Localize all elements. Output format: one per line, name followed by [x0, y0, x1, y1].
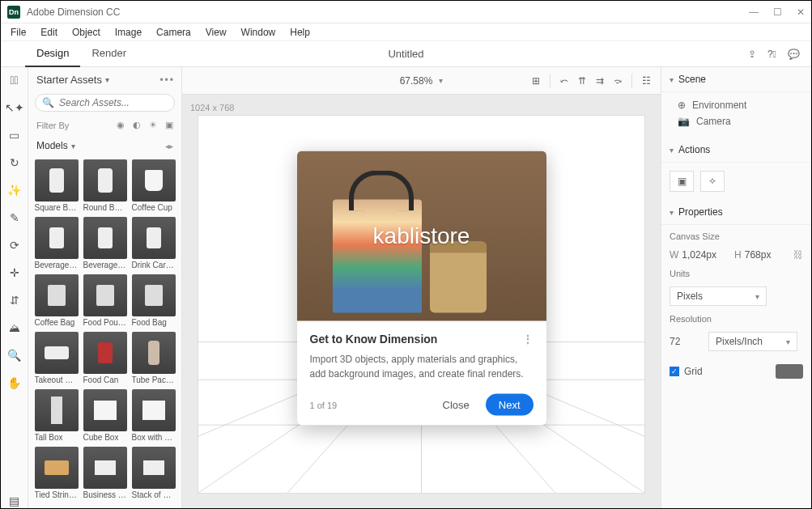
assets-panel-title[interactable]: Starter Assets	[36, 74, 102, 86]
panel-toggle-icon[interactable]: ▤	[6, 493, 23, 509]
grid-icon[interactable]: ⊞	[532, 75, 540, 87]
scene-section-header[interactable]: ▾ Scene	[661, 67, 811, 92]
tab-render[interactable]: Render	[80, 40, 138, 67]
tutorial-counter: 1 of 19	[310, 400, 338, 409]
filter-images-icon[interactable]: ▣	[165, 120, 173, 130]
search-input[interactable]	[59, 97, 168, 108]
chevron-down-icon[interactable]: ▾	[71, 142, 75, 151]
width-field[interactable]: W1,024px	[670, 249, 716, 261]
grid-color-swatch[interactable]	[776, 364, 803, 379]
asset-item[interactable]: Coffee Cup	[132, 159, 176, 212]
close-button[interactable]: Close	[435, 394, 478, 416]
menu-edit[interactable]: Edit	[34, 25, 64, 40]
units-select[interactable]: Pixels▾	[670, 286, 767, 306]
tutorial-hero-image: kablistore	[297, 151, 546, 321]
link-dimensions-icon[interactable]: ⛓	[793, 249, 803, 261]
menu-window[interactable]: Window	[235, 25, 283, 40]
more-icon[interactable]: •••	[159, 74, 175, 86]
resolution-label: Resolution	[670, 314, 803, 324]
zoom-tool-icon[interactable]: 🔍	[6, 347, 23, 363]
menu-help[interactable]: Help	[283, 25, 317, 40]
asset-caption: Tall Box	[35, 433, 79, 442]
render-settings-icon[interactable]: ☷	[642, 75, 651, 87]
zoom-value: 67.58%	[400, 75, 433, 87]
asset-item[interactable]: Tube Pack…	[132, 332, 176, 384]
asset-item[interactable]: Stack of C…	[132, 447, 176, 499]
eyedropper-tool-icon[interactable]: ✎	[6, 210, 23, 226]
resolution-unit-select[interactable]: Pixels/Inch▾	[708, 332, 797, 351]
filter-lights-icon[interactable]: ☀	[149, 120, 157, 130]
menu-file[interactable]: File	[4, 25, 32, 40]
zoom-control[interactable]: 67.58% ▾	[400, 67, 444, 95]
align-icon[interactable]: ⇈	[578, 75, 586, 87]
asset-caption: Food Pou…	[83, 318, 127, 327]
scene-item-label: Environment	[692, 100, 746, 111]
asset-thumbnail	[35, 389, 79, 431]
asset-item[interactable]: Cube Box	[83, 389, 127, 442]
grid-checkbox[interactable]: ✓ Grid	[670, 366, 703, 377]
next-button[interactable]: Next	[486, 394, 534, 416]
feedback-icon[interactable]: 💬	[788, 49, 800, 60]
wand-tool-icon[interactable]: ✨	[6, 182, 23, 198]
collapse-icon[interactable]: ◂▸	[165, 142, 173, 151]
tab-design[interactable]: Design	[25, 40, 80, 67]
rotate-tool-icon[interactable]: ↻	[6, 155, 23, 171]
distribute-icon[interactable]: ⇉	[596, 75, 604, 87]
asset-item[interactable]: Tall Box	[35, 389, 79, 442]
asset-item[interactable]: Square B…	[35, 159, 79, 212]
resolution-value[interactable]: 72	[670, 336, 702, 347]
asset-item[interactable]: Drink Car…	[132, 217, 176, 269]
align-tool-icon[interactable]: ⇵	[6, 292, 23, 308]
asset-caption: Stack of C…	[132, 490, 176, 499]
share-icon[interactable]: ⇪	[748, 49, 756, 60]
help-icon[interactable]: ?⃝	[767, 49, 776, 60]
search-input-wrap[interactable]: 🔍	[35, 94, 175, 112]
action-match-image-icon[interactable]: ▣	[670, 171, 694, 192]
snap-icon[interactable]: ⤺	[560, 75, 568, 87]
asset-item[interactable]: Round Bo…	[83, 159, 127, 212]
actions-section-header[interactable]: ▾ Actions	[661, 138, 811, 163]
asset-item[interactable]: Business …	[83, 447, 127, 499]
menu-camera[interactable]: Camera	[150, 25, 198, 40]
asset-thumbnail	[83, 159, 127, 201]
more-icon[interactable]: ⋮	[522, 333, 534, 346]
hand-tool-icon[interactable]: ✋	[6, 375, 23, 391]
asset-thumbnail	[83, 389, 127, 431]
menu-view[interactable]: View	[199, 25, 233, 40]
asset-item[interactable]: Food Pou…	[83, 274, 127, 327]
asset-item[interactable]: Food Bag	[132, 274, 176, 327]
select-tool-icon[interactable]: ↖✦	[6, 100, 23, 116]
orbit-tool-icon[interactable]: ⟳	[6, 237, 23, 253]
asset-item[interactable]: Coffee Bag	[35, 274, 79, 327]
add-tool-icon[interactable]: ＋⃝	[6, 72, 23, 88]
crop-tool-icon[interactable]: ▭	[6, 127, 23, 143]
tutorial-body: Import 3D objects, apply materials and g…	[310, 352, 534, 381]
menu-object[interactable]: Object	[66, 25, 107, 40]
asset-item[interactable]: Takeout B…	[35, 332, 79, 384]
flip-icon[interactable]: ⤼	[614, 75, 622, 87]
asset-caption: Round Bo…	[83, 203, 127, 212]
action-auto-icon[interactable]: ✧	[700, 171, 725, 192]
scene-item[interactable]: ⊕Environment	[678, 97, 803, 113]
filter-models-icon[interactable]: ◉	[117, 120, 125, 130]
asset-item[interactable]: Tied Strin…	[35, 447, 79, 499]
scene-item-label: Camera	[696, 116, 731, 127]
asset-thumbnail	[35, 332, 79, 374]
asset-item[interactable]: Beverage …	[83, 217, 127, 269]
window-close-icon[interactable]: ✕	[797, 6, 805, 18]
filter-materials-icon[interactable]: ◐	[133, 120, 141, 130]
properties-section-header[interactable]: ▾ Properties	[661, 200, 811, 225]
chevron-down-icon[interactable]: ▾	[105, 75, 109, 84]
height-field[interactable]: H768px	[734, 249, 771, 261]
asset-item[interactable]: Food Can	[83, 332, 127, 384]
separator	[631, 74, 632, 88]
asset-item[interactable]: Box with …	[132, 389, 176, 442]
chevron-down-icon[interactable]: ▾	[439, 76, 443, 85]
menu-image[interactable]: Image	[108, 25, 148, 40]
scene-item[interactable]: 📷Camera	[678, 113, 803, 129]
asset-item[interactable]: Beverage …	[35, 217, 79, 269]
window-maximize-icon[interactable]: ☐	[773, 6, 782, 18]
move-tool-icon[interactable]: ✛	[6, 265, 23, 281]
window-minimize-icon[interactable]: —	[749, 6, 759, 18]
horizon-tool-icon[interactable]: ⛰	[6, 320, 23, 336]
